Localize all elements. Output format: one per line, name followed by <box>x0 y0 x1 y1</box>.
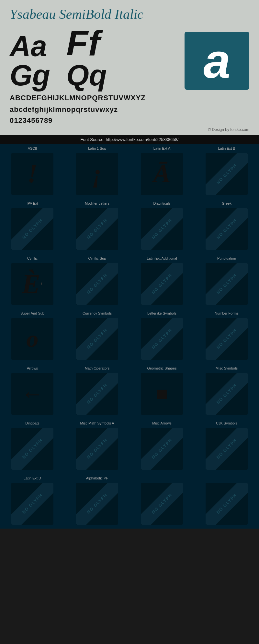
no-glyph-indicator: NO GLYPH <box>206 208 248 250</box>
glyph-cell: Letterlike SymbolsNO GLYPH <box>130 309 194 364</box>
cell-glyph-area: NO GLYPH <box>206 153 248 195</box>
no-glyph-tape: NO GLYPH <box>76 483 118 525</box>
cell-label: Latin 1 Sup <box>88 146 106 151</box>
no-glyph-text: NO GLYPH <box>21 437 43 460</box>
glyph-char: ← <box>21 381 44 407</box>
glyph-cell: Misc ArrowsNO GLYPH <box>130 419 194 474</box>
glyph-cell: NO GLYPH <box>194 474 259 529</box>
glyph-cell: Latin Ext AĀ <box>130 144 194 199</box>
no-glyph-tape: NO GLYPH <box>141 318 183 360</box>
no-glyph-indicator: NO GLYPH <box>76 263 118 305</box>
font-title: Ysabeau SemiBold Italic <box>10 6 249 22</box>
no-glyph-indicator: NO GLYPH <box>206 263 248 305</box>
no-glyph-text: NO GLYPH <box>215 437 238 460</box>
no-glyph-text: NO GLYPH <box>215 218 238 240</box>
uppercase-row: ABCDEFGHIJKLMNOPQRSTUVWXYZ <box>10 93 249 103</box>
no-glyph-text: NO GLYPH <box>86 273 108 295</box>
no-glyph-indicator: NO GLYPH <box>206 373 248 415</box>
no-glyph-indicator: NO GLYPH <box>76 318 118 360</box>
cell-label: Super And Sub <box>20 311 44 316</box>
no-glyph-tape: NO GLYPH <box>76 318 118 360</box>
no-glyph-tape: NO GLYPH <box>141 208 183 250</box>
cell-glyph-area: ■ <box>141 373 183 415</box>
cell-label: Cyrillic <box>27 256 38 261</box>
cell-label: Latin Ext B <box>218 146 235 151</box>
cell-label: Misc Symbols <box>216 366 238 371</box>
glyph-pair-aa: Aa Gg <box>10 32 60 90</box>
glyph-char: Ā <box>153 159 170 188</box>
cell-label: Number Forms <box>215 311 238 316</box>
no-glyph-text: NO GLYPH <box>86 492 108 515</box>
lowercase-row: abcdefghijklmnopqrstuvwxyz <box>10 105 249 115</box>
glyph-char: ! <box>27 159 37 188</box>
glyph-qq: Qq <box>66 61 107 90</box>
cell-label: Modifier Letters <box>85 201 109 206</box>
cell-label: Geometric Shapes <box>147 366 176 371</box>
digits-row: 0123456789 <box>10 116 249 125</box>
glyph-cell: Misc Math Symbols ANO GLYPH <box>65 419 130 474</box>
cell-label: Greek <box>222 201 231 206</box>
cell-glyph-area: NO GLYPH <box>206 428 248 470</box>
glyph-cell: CyrillicÈ' <box>0 254 65 309</box>
no-glyph-text: NO GLYPH <box>86 437 108 460</box>
cell-glyph-area: ! <box>11 153 53 195</box>
no-glyph-text: NO GLYPH <box>151 218 173 240</box>
cell-label: Diacriticals <box>153 201 170 206</box>
cell-label: Alphabetic PF <box>86 476 108 481</box>
no-glyph-text: NO GLYPH <box>215 327 238 350</box>
cell-glyph-area: NO GLYPH <box>11 428 53 470</box>
no-glyph-text: NO GLYPH <box>151 437 173 460</box>
cell-glyph-area: NO GLYPH <box>206 263 248 305</box>
cell-glyph-area: NO GLYPH <box>76 373 118 415</box>
no-glyph-tape: NO GLYPH <box>76 208 118 250</box>
no-glyph-text: NO GLYPH <box>215 382 238 405</box>
glyph-cell: Latin Ext DNO GLYPH <box>0 474 65 529</box>
cell-glyph-area: NO GLYPH <box>11 208 53 250</box>
cell-label: CJK Symbols <box>216 421 237 426</box>
no-glyph-tape: NO GLYPH <box>206 153 248 195</box>
cell-label: Cyrillic Sup <box>88 256 106 261</box>
glyph-showcase: Aa Gg Ff Qq a <box>10 25 249 90</box>
glyph-char: È <box>22 268 40 300</box>
cell-glyph-area: NO GLYPH <box>206 208 248 250</box>
cell-label: ASCII <box>28 146 37 151</box>
glyph-cell: DingbatsNO GLYPH <box>0 419 65 474</box>
glyph-cell: Arrows← <box>0 364 65 419</box>
no-glyph-indicator: NO GLYPH <box>76 208 118 250</box>
cell-glyph-area: NO GLYPH <box>206 318 248 360</box>
no-glyph-tape: NO GLYPH <box>76 428 118 470</box>
no-glyph-tape: NO GLYPH <box>206 428 248 470</box>
no-glyph-tape: NO GLYPH <box>206 208 248 250</box>
cell-label: Punctuation <box>217 256 236 261</box>
no-glyph-indicator: NO GLYPH <box>206 483 248 525</box>
no-glyph-text: NO GLYPH <box>215 163 238 185</box>
cell-label: Latin Ext D <box>24 476 41 481</box>
cell-label: Latin Ext Additional <box>147 256 177 261</box>
cell-glyph-area: NO GLYPH <box>206 373 248 415</box>
cell-glyph-area: ¡ <box>76 153 118 195</box>
no-glyph-tape: NO GLYPH <box>76 263 118 305</box>
no-glyph-indicator: NO GLYPH <box>141 483 183 525</box>
glyph-cell: CJK SymbolsNO GLYPH <box>194 419 259 474</box>
glyph-gg: Gg <box>10 61 50 90</box>
no-glyph-text: NO GLYPH <box>86 218 108 240</box>
glyph-cell: GreekNO GLYPH <box>194 199 259 254</box>
glyph-cell: PunctuationNO GLYPH <box>194 254 259 309</box>
glyph-char: ¡ <box>92 159 102 188</box>
credit-line: © Design by fontke.com <box>10 127 249 132</box>
cell-label: IPA Ext <box>27 201 38 206</box>
glyph-cell: ASCII! <box>0 144 65 199</box>
no-glyph-indicator: NO GLYPH <box>206 153 248 195</box>
no-glyph-tape: NO GLYPH <box>76 373 118 415</box>
glyph-grid: ASCII!Latin 1 Sup¡Latin Ext AĀLatin Ext … <box>0 144 259 529</box>
no-glyph-text: NO GLYPH <box>215 492 238 515</box>
no-glyph-text: NO GLYPH <box>151 492 173 515</box>
no-glyph-indicator: NO GLYPH <box>76 483 118 525</box>
no-glyph-tape: NO GLYPH <box>206 318 248 360</box>
cell-glyph-area: NO GLYPH <box>141 483 183 525</box>
glyph-hero: a <box>185 32 249 90</box>
no-glyph-tape: NO GLYPH <box>141 263 183 305</box>
no-glyph-tape: NO GLYPH <box>206 263 248 305</box>
no-glyph-text: NO GLYPH <box>21 492 43 515</box>
glyph-cell: Currency SymbolsNO GLYPH <box>65 309 130 364</box>
